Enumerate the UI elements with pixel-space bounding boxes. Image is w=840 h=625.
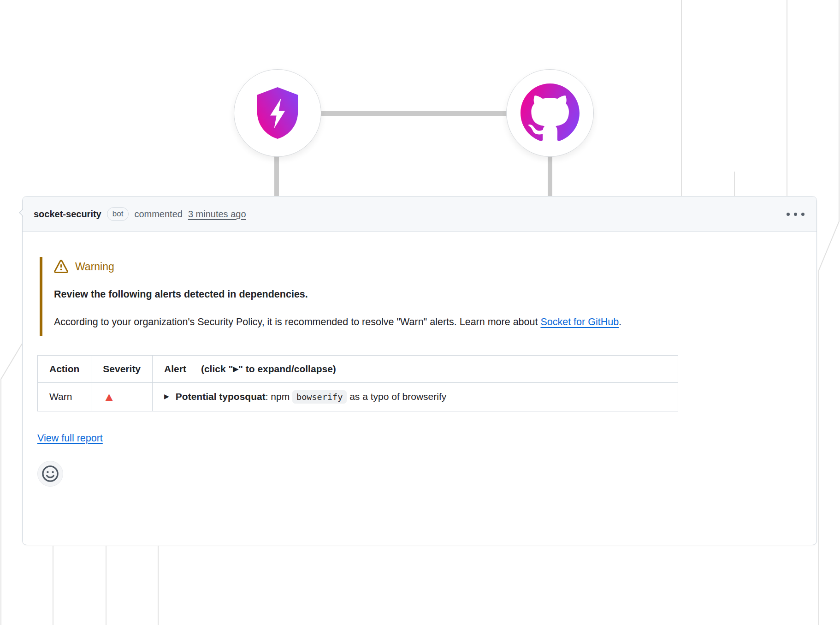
github-octocat-icon [521, 83, 580, 143]
comment-author[interactable]: socket-security [34, 209, 101, 220]
smiley-emoji-icon [41, 464, 60, 483]
alerts-table: Action Severity Alert(click "▶" to expan… [37, 355, 678, 411]
page: socket-security bot commented 3 minutes … [0, 0, 840, 625]
alert-row: Warn ▲ ▶Potential typosquat: npm bowseri… [38, 382, 678, 411]
socket-for-github-link[interactable]: Socket for GitHub [540, 316, 619, 327]
shield-lightning-icon [252, 84, 303, 142]
commented-text: commented [134, 209, 183, 220]
comment-body: Warning Review the following alerts dete… [23, 232, 816, 500]
warning-heading: Review the following alerts detected in … [54, 289, 802, 300]
github-avatar [506, 69, 594, 157]
comment-card: socket-security bot commented 3 minutes … [22, 196, 817, 545]
warning-paragraph: According to your organization's Securit… [54, 313, 759, 331]
add-reaction-button[interactable] [37, 461, 63, 487]
alert-rest-text: as a typo of browserify [347, 391, 446, 402]
col-alert: Alert(click "▶" to expand/collapse) [153, 355, 678, 382]
view-full-report-link[interactable]: View full report [37, 433, 103, 444]
package-code-chip: bowserify [292, 390, 347, 404]
expand-triangle-icon: ▶ [233, 365, 238, 373]
alert-detail-cell[interactable]: ▶Potential typosquat: npm bowserify as a… [153, 382, 678, 411]
col-alert-hint: (click "▶" to expand/collapse) [201, 363, 336, 374]
alert-mid-text: : npm [266, 391, 292, 402]
warning-blockquote: Warning Review the following alerts dete… [40, 257, 802, 336]
alert-name: Potential typosquat [176, 391, 266, 402]
col-action: Action [38, 355, 91, 382]
row-expander-icon[interactable]: ▶ [164, 393, 169, 400]
warning-title: Warning [54, 260, 802, 274]
alert-action-cell: Warn [38, 382, 91, 411]
socket-avatar [234, 69, 321, 157]
warning-text-suffix: . [619, 316, 621, 327]
warning-triangle-icon [54, 260, 68, 274]
warning-label: Warning [75, 261, 114, 273]
col-alert-label: Alert [164, 363, 186, 374]
timestamp-link[interactable]: 3 minutes ago [188, 209, 246, 220]
alert-severity-cell: ▲ [91, 382, 153, 411]
kebab-menu-icon[interactable] [786, 209, 805, 220]
comment-header: socket-security bot commented 3 minutes … [23, 196, 816, 232]
red-triangle-icon: ▲ [103, 391, 115, 403]
col-severity: Severity [91, 355, 153, 382]
alerts-table-header-row: Action Severity Alert(click "▶" to expan… [38, 355, 678, 382]
bot-badge: bot [107, 207, 129, 221]
warning-text-prefix: According to your organization's Securit… [54, 316, 540, 327]
